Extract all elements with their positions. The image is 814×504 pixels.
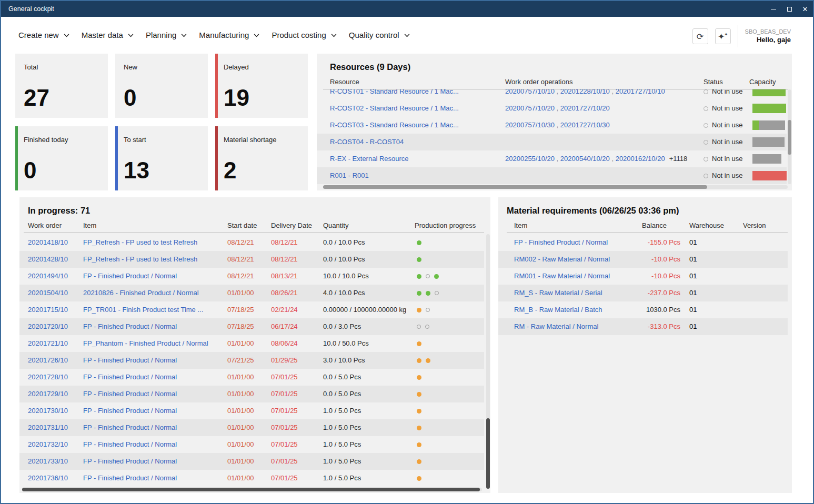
kpi-card-total[interactable]: Total27 xyxy=(15,54,108,118)
work-order-link[interactable]: 20201504/10 xyxy=(28,285,68,301)
material-requirements-panel: Material requirements (06/26/25 03:36 pm… xyxy=(498,197,792,493)
delivery-date: 07/01/25 xyxy=(271,419,298,436)
work-order-link[interactable]: 20201494/10 xyxy=(28,268,68,285)
kpi-card-to-start[interactable]: To start13 xyxy=(115,126,208,190)
production-progress-dots xyxy=(417,436,421,453)
production-progress-dots xyxy=(417,285,439,301)
item-link[interactable]: FP_Refresh - FP used to test Refresh xyxy=(83,251,197,268)
work-order-link[interactable]: 20201736/10 xyxy=(28,470,68,487)
quantity: 0.0 / 10.0 Pcs xyxy=(323,251,365,268)
kpi-card-material-shortage[interactable]: Material shortage2 xyxy=(215,126,308,190)
work-order-link[interactable]: 20201428/10 xyxy=(28,251,68,268)
delivery-date: 01/29/25 xyxy=(271,352,298,369)
item-link[interactable]: FP - Finished Product / Normal xyxy=(83,268,177,285)
resource-link[interactable]: R001 - R001 xyxy=(330,167,369,184)
work-order-link[interactable]: 20201731/10 xyxy=(28,419,68,436)
item-link[interactable]: FP - Finished Product / Normal xyxy=(83,419,177,436)
resource-row: R-EX - External Resource20200255/10/20 ,… xyxy=(317,150,787,167)
chevron-down-icon xyxy=(128,34,134,37)
resource-link[interactable]: R-COST02 - Standard Resource / 1 Mac... xyxy=(330,100,459,117)
menu-create-new[interactable]: Create new xyxy=(18,28,69,42)
delivery-date: 07/01/25 xyxy=(271,453,298,470)
resource-link[interactable]: R-COST03 - Standard Resource / 1 Mac... xyxy=(330,117,459,134)
work-order-operation-link[interactable]: 20200757/10/20 xyxy=(505,104,555,112)
delivery-date: 07/01/25 xyxy=(271,369,298,386)
resource-link[interactable]: R-COST01 - Standard Resource / 1 Mac... xyxy=(330,89,459,100)
item-link[interactable]: FP - Finished Product / Normal xyxy=(83,318,177,335)
kpi-card-delayed[interactable]: Delayed19 xyxy=(215,54,308,118)
refresh-button[interactable]: ⟳ xyxy=(692,28,708,44)
menu-quality-control[interactable]: Quality control xyxy=(349,28,410,42)
item-link[interactable]: FP_Phantom - Finished Product / Normal xyxy=(83,335,208,352)
item-link[interactable]: FP - Finished Product / Normal xyxy=(83,402,177,419)
resources-vertical-scrollbar[interactable] xyxy=(788,89,791,184)
status-circle-icon xyxy=(704,106,708,111)
work-order-operation-link[interactable]: 20201727/10/10 xyxy=(616,89,665,95)
in-progress-panel: In progress: 71 Work order Item Start da… xyxy=(19,197,490,493)
item-link[interactable]: FP - Finished Product / Normal xyxy=(83,470,177,487)
resource-link[interactable]: R-EX - External Resource xyxy=(330,150,409,167)
work-order-link[interactable]: 20201726/10 xyxy=(28,352,68,369)
work-order-operation-link[interactable]: 20200540/10/20 xyxy=(560,155,610,163)
work-order-link[interactable]: 20201720/10 xyxy=(28,318,68,335)
item-link[interactable]: 20210826 - Finished Product / Normal xyxy=(83,285,199,301)
work-order-link[interactable]: 20201418/10 xyxy=(28,234,68,251)
delivery-date: 02/21/24 xyxy=(271,301,298,318)
work-order-link[interactable]: 20201721/10 xyxy=(28,335,68,352)
start-date: 01/01/00 xyxy=(227,402,254,419)
resources-panel: Resources (9 Days) Resource Work order o… xyxy=(317,54,792,190)
work-order-link[interactable]: 20201729/10 xyxy=(28,386,68,402)
work-order-operation-link[interactable]: 20200162/10/20 xyxy=(616,155,665,163)
resource-link[interactable]: R-COST04 - R-COST04 xyxy=(330,134,404,150)
operations-separator: , xyxy=(610,155,616,163)
item-link[interactable]: FP - Finished Product / Normal xyxy=(83,386,177,402)
operations-overflow-count: +1118 xyxy=(669,155,688,163)
item-link[interactable]: FP - Finished Product / Normal xyxy=(83,369,177,386)
menu-product-costing[interactable]: Product costing xyxy=(272,28,336,42)
in-progress-vertical-scrollbar-thumb[interactable] xyxy=(486,418,490,489)
work-order-link[interactable]: 20201730/10 xyxy=(28,402,68,419)
menu-master-data[interactable]: Master data xyxy=(82,28,134,42)
item-link[interactable]: FP_Refresh - FP used to test Refresh xyxy=(83,234,197,251)
kpi-grid: Total27New0Delayed19Finished today0To st… xyxy=(15,54,308,190)
in-progress-horizontal-scrollbar-thumb[interactable] xyxy=(22,488,480,491)
start-date: 07/21/25 xyxy=(227,352,254,369)
status-circle-icon xyxy=(704,174,708,178)
in-progress-vertical-scrollbar[interactable] xyxy=(486,234,490,489)
work-order-link[interactable]: 20201728/10 xyxy=(28,369,68,386)
resources-horizontal-scrollbar-thumb[interactable] xyxy=(323,185,707,189)
resource-row: R-COST03 - Standard Resource / 1 Mac...2… xyxy=(317,117,787,134)
item-link[interactable]: FP_TR001 - Finish Product test Time ... xyxy=(83,301,203,318)
resources-vertical-scrollbar-thumb[interactable] xyxy=(788,120,791,155)
assistant-button[interactable]: ✦✦ xyxy=(715,28,731,44)
sparkle-icon: ✦✦ xyxy=(718,32,728,42)
capacity-bar xyxy=(752,137,787,147)
resources-horizontal-scrollbar[interactable] xyxy=(323,185,788,189)
item-link[interactable]: FP - Finished Product / Normal xyxy=(83,436,177,453)
item-link[interactable]: FP - Finished Product / Normal xyxy=(83,453,177,470)
maximize-button[interactable] xyxy=(781,1,797,17)
work-order-operation-link[interactable]: 20200757/10/10 xyxy=(505,89,555,95)
kpi-card-finished-today[interactable]: Finished today0 xyxy=(15,126,108,190)
work-order-link[interactable]: 20201732/10 xyxy=(28,436,68,453)
work-order-operation-link[interactable]: 20201228/10/10 xyxy=(560,89,610,95)
work-order-link[interactable]: 20201715/10 xyxy=(28,301,68,318)
start-date: 01/01/00 xyxy=(227,369,254,386)
in-progress-horizontal-scrollbar[interactable] xyxy=(22,488,482,491)
kpi-label: Total xyxy=(24,63,99,71)
menu-manufacturing[interactable]: Manufacturing xyxy=(199,28,259,42)
menu-planning[interactable]: Planning xyxy=(146,28,187,42)
col-header-capacity: Capacity xyxy=(749,78,776,86)
status-circle-icon xyxy=(704,140,708,145)
minimize-button[interactable] xyxy=(766,1,781,17)
quantity: 10.0 / 50.0 Pcs xyxy=(323,335,369,352)
work-order-operation-link[interactable]: 20200255/10/20 xyxy=(505,155,555,163)
close-button[interactable]: ✕ xyxy=(797,1,813,17)
work-order-operation-link[interactable]: 20201727/10/20 xyxy=(560,104,610,112)
kpi-card-new[interactable]: New0 xyxy=(115,54,208,118)
work-order-operation-link[interactable]: 20200757/10/30 xyxy=(505,121,555,129)
item-link[interactable]: FP - Finished Product / Normal xyxy=(83,352,177,369)
warehouse-value: 01 xyxy=(689,251,697,268)
work-order-link[interactable]: 20201733/10 xyxy=(28,453,68,470)
work-order-operation-link[interactable]: 20201727/10/30 xyxy=(560,121,610,129)
